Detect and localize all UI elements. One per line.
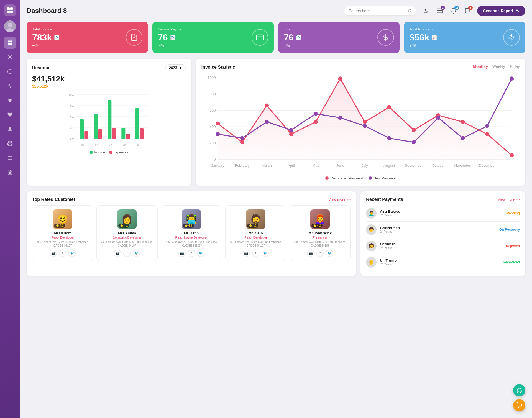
bell-btn[interactable]: 12 (448, 6, 459, 16)
stat-value-promo: $56k (410, 32, 429, 43)
customer-address-john: 795 Folsom Ave, Suite 600 San Francisco,… (293, 240, 347, 247)
customer-socials-john: 📷 f 🐦 (293, 250, 347, 257)
svg-text:November: November (454, 163, 471, 168)
facebook-icon-hariom[interactable]: f (59, 250, 66, 257)
payment-item-griezerman: 👦 Griezerman 24 Years On Recovery (366, 222, 520, 238)
svg-text:September: September (405, 163, 423, 168)
search-box[interactable] (344, 6, 416, 15)
tab-monthly[interactable]: Monthly (473, 64, 488, 70)
sidebar-item-favorites[interactable] (4, 94, 16, 106)
sidebar-item-print[interactable] (4, 137, 16, 150)
avatar[interactable] (4, 20, 16, 32)
instagram-icon-hariom[interactable]: 📷 (50, 250, 57, 257)
stat-card-total[interactable]: Total 76 📉 -4% (278, 22, 400, 53)
stat-card-promotion[interactable]: Total Promotion $56k 📈 +4% (404, 22, 525, 53)
rating-john: ⭐ 4.2 (311, 224, 323, 228)
sidebar-item-notifications2[interactable] (4, 123, 16, 135)
twitter-icon-osib[interactable]: 🐦 (262, 250, 269, 257)
stat-card-payment[interactable]: Secure Payment 76 📉 -4% (152, 22, 274, 53)
svg-rect-44 (94, 114, 98, 139)
payment-age-aziz: 24 Years (380, 214, 503, 217)
payment-avatar-aziz: 👨‍🦱 (366, 208, 377, 219)
payments-view-more[interactable]: View more >> (498, 197, 520, 201)
svg-point-88 (338, 116, 342, 120)
expenses-legend-label: Expenses (114, 150, 128, 154)
sidebar-item-settings[interactable] (4, 51, 16, 63)
svg-rect-42 (80, 119, 84, 139)
revenue-sub: $25,612k (32, 84, 186, 88)
customer-card-asima[interactable]: 👩 ⭐ 4.2 Mrs.Asima Javascript Developer 7… (96, 205, 157, 261)
generate-report-button[interactable]: Generate Report (477, 6, 525, 16)
svg-text:June: June (336, 163, 344, 168)
svg-rect-47 (112, 128, 116, 139)
facebook-icon-yatin[interactable]: f (188, 250, 195, 257)
payment-name-griezerman: Griezerman (380, 226, 496, 230)
customer-card-hariom[interactable]: 😊 ⭐ 4.2 Mr.Hariom React Developer 795 Fo… (32, 205, 93, 261)
recent-payments-card: Recent Payments View more >> 👨‍🦱 Aziz Ba… (360, 191, 525, 276)
income-legend-label: Income (94, 150, 105, 154)
customer-card-yatin[interactable]: 👨‍💻 ⭐ 4.2 Mr. Yatin React Native Develop… (161, 205, 222, 261)
customers-view-more[interactable]: View more >> (328, 197, 351, 201)
svg-point-80 (461, 120, 465, 124)
sidebar-item-dashboard[interactable] (4, 37, 16, 49)
facebook-icon-asima[interactable]: f (123, 250, 131, 257)
payment-item-oconner: 🧑 Oconner 24 Years Rejected (366, 238, 520, 254)
header-icons: 2 12 5 (421, 6, 473, 16)
svg-point-77 (387, 105, 391, 109)
facebook-icon-john[interactable]: f (316, 250, 324, 257)
cart-float-btn[interactable] (513, 399, 525, 411)
instagram-icon-john[interactable]: 📷 (307, 250, 314, 257)
page-title: Dashboard 8 (27, 7, 340, 15)
svg-point-93 (461, 136, 465, 140)
facebook-icon-osib[interactable]: f (252, 250, 259, 257)
sidebar-item-analytics[interactable] (4, 80, 16, 92)
svg-rect-28 (256, 35, 264, 40)
svg-rect-51 (140, 128, 144, 139)
svg-rect-46 (108, 100, 111, 139)
stat-label-promo: Total Promotion (410, 27, 437, 31)
svg-point-78 (412, 128, 416, 132)
twitter-icon-hariom[interactable]: 🐦 (68, 250, 76, 257)
svg-text:06: 06 (81, 143, 84, 146)
customer-role-yatin: React Native Developer (164, 236, 219, 239)
customer-role-john: Freelancer (293, 236, 347, 239)
svg-point-70 (216, 121, 220, 125)
svg-rect-16 (9, 144, 11, 146)
twitter-icon-yatin[interactable]: 🐦 (197, 250, 204, 257)
customers-grid: 😊 ⭐ 4.2 Mr.Hariom React Developer 795 Fo… (32, 205, 351, 261)
stat-card-invoice[interactable]: Total invoice 783k 📉 +4% (27, 22, 148, 53)
twitter-icon-john[interactable]: 🐦 (326, 250, 333, 257)
svg-rect-45 (98, 129, 102, 139)
search-input[interactable] (349, 9, 406, 13)
customer-avatar-yatin: 👨‍💻 ⭐ 4.2 (182, 209, 201, 229)
svg-text:April: April (288, 163, 295, 168)
wallet-btn[interactable]: 2 (434, 6, 445, 16)
svg-point-76 (363, 120, 367, 124)
instagram-icon-osib[interactable]: 📷 (243, 250, 250, 257)
twitter-icon-asima[interactable]: 🐦 (133, 250, 140, 257)
sidebar-item-reports[interactable] (4, 166, 16, 178)
stats-row: Total invoice 783k 📉 +4% Secure Payment … (27, 22, 525, 53)
svg-text:1000: 1000 (69, 93, 74, 96)
sidebar-item-menu[interactable] (4, 152, 16, 164)
sidebar-logo[interactable] (4, 4, 16, 16)
instagram-icon-asima[interactable]: 📷 (114, 250, 121, 257)
customer-name-asima: Mrs.Asima (99, 231, 154, 235)
year-select[interactable]: 2023 ▼ (165, 64, 186, 71)
customer-card-john[interactable]: 👩‍🦰 ⭐ 4.2 Mr.John Wick Freelancer 795 Fo… (290, 205, 351, 261)
sidebar-item-info[interactable] (4, 65, 16, 78)
theme-toggle-btn[interactable] (421, 6, 431, 16)
tab-today[interactable]: Today (510, 64, 520, 70)
chat-btn[interactable]: 5 (462, 6, 473, 16)
customer-card-osib[interactable]: 🧔 ⭐ 4.2 Mr. Osib React Developer 795 Fol… (225, 205, 286, 261)
support-float-btn[interactable] (513, 384, 525, 396)
stat-value-payment: 76 (158, 32, 168, 43)
search-icon (408, 9, 412, 13)
stat-label-total: Total (284, 27, 301, 31)
tab-weekly[interactable]: Weekly (492, 64, 505, 70)
instagram-icon-yatin[interactable]: 📷 (178, 250, 186, 257)
header: Dashboard 8 2 12 5 Generate Report (27, 6, 525, 16)
svg-point-72 (265, 104, 269, 108)
sidebar-item-likes[interactable] (4, 109, 16, 121)
customer-socials-osib: 📷 f 🐦 (228, 250, 283, 257)
